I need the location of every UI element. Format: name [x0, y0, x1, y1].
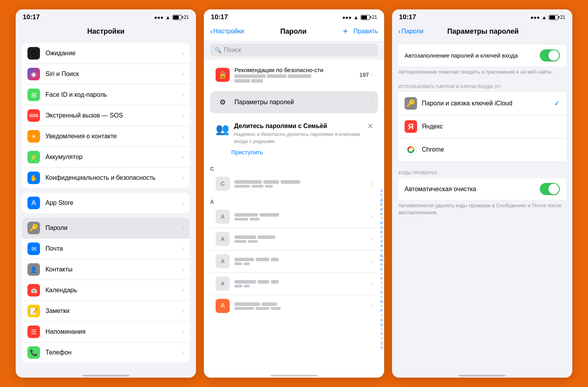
- pw-settings-item[interactable]: ⚙ Параметры паролей ›: [210, 91, 378, 113]
- pw-title-a1-masked: [234, 213, 370, 217]
- title-a5-1: [234, 302, 260, 306]
- sub-a5-2: [256, 307, 269, 310]
- status-bar-mid: 10:17 ●●● ▲ 21: [204, 9, 384, 24]
- settings-item-phone[interactable]: 📞 Телефон ›: [22, 342, 190, 363]
- autofill-toggle[interactable]: [540, 49, 560, 61]
- alpha-k: К: [380, 212, 383, 216]
- search-input-wrap[interactable]: 🔍 Поиск: [210, 44, 378, 56]
- masked-3: [288, 74, 311, 78]
- passwords-nav: ‹ Настройки Пароли + Править: [204, 24, 384, 41]
- settings-item-passwords[interactable]: 🔑 Пароли ›: [22, 218, 190, 239]
- alpha-index: А Г Д Е И К • Н О Р Т У Ф Ч Щ Ю А D • F …: [380, 189, 383, 350]
- svg-point-2: [409, 148, 413, 152]
- family-action-button[interactable]: Приступить: [231, 149, 372, 156]
- settings-group-3: 🔑 Пароли › ✉ Почта › 👤 Контакты ›: [22, 218, 190, 363]
- reminders-icon: ☰: [27, 326, 40, 338]
- pw-icon-a2: А: [216, 232, 230, 246]
- title-a2-1: [234, 235, 256, 239]
- family-title: Делитесь паролями с Семьёй: [234, 123, 372, 130]
- status-bar-left: 10:17 ●●● ▲ 21: [16, 9, 196, 24]
- sub-a3-2: [244, 262, 250, 265]
- alpha-ch: Ч: [380, 249, 383, 253]
- pw-text-a2: [234, 235, 370, 243]
- yandex-source-name: Яндекс: [422, 123, 560, 130]
- alpha-dot7: •: [380, 327, 383, 332]
- settings-item-notes[interactable]: 📝 Заметки ›: [22, 301, 190, 322]
- pw-item-a1[interactable]: А ›: [210, 206, 378, 228]
- verification-section: КОДЫ ПРОВЕРКИ Автоматическая очистка Авт…: [392, 169, 572, 220]
- bottom-bar-mid: [204, 375, 384, 378]
- pw-chevron-a3: ›: [370, 258, 372, 265]
- title-a1-1: [234, 213, 258, 217]
- pw-icon-a3: А: [216, 254, 230, 268]
- appstore-icon: A: [27, 197, 40, 209]
- reminders-label: Напоминания: [45, 328, 182, 335]
- faceid-label: Face ID и код-пароль: [45, 91, 182, 98]
- icloud-checkmark: ✓: [554, 99, 560, 108]
- nav-actions: + Править: [343, 26, 378, 36]
- appstore-chevron: ›: [182, 199, 184, 206]
- settings-item-battery[interactable]: ⚡ Аккумулятор ›: [22, 147, 190, 168]
- source-yandex[interactable]: Я Яндекс: [398, 115, 566, 138]
- sub-mask2: [252, 185, 263, 188]
- faceid-icon: ⊞: [27, 89, 40, 101]
- battery-label: Аккумулятор: [45, 154, 182, 161]
- nav-back-settings[interactable]: ‹ Настройки: [210, 27, 244, 36]
- title-a4-1: [234, 280, 256, 284]
- sub-mask1: [234, 185, 250, 188]
- wifi-icon-right: ▲: [542, 14, 547, 20]
- security-masked-2: [234, 79, 359, 83]
- sub-a2-1: [234, 240, 246, 243]
- settings-item-mail[interactable]: ✉ Почта ›: [22, 239, 190, 259]
- waiting-label: Ожидание: [45, 50, 182, 57]
- settings-panel: 10:17 ●●● ▲ 21 Настройки ⏱ Ожидание ›: [16, 9, 196, 378]
- settings-item-appstore[interactable]: A App Store ›: [22, 193, 190, 213]
- settings-item-faceid[interactable]: ⊞ Face ID и код-пароль ›: [22, 85, 190, 105]
- search-bar: 🔍 Поиск: [204, 41, 384, 60]
- pw-item-a5[interactable]: А ›: [210, 295, 378, 317]
- settings-item-sos[interactable]: SOS Экстренный вызов — SOS ›: [22, 105, 190, 126]
- pw-item-c1[interactable]: С ›: [210, 173, 378, 195]
- settings-item-calendar[interactable]: 📅 Календарь ›: [22, 280, 190, 301]
- verification-label: Автоматическая очистка: [405, 186, 540, 193]
- family-close-button[interactable]: ✕: [367, 122, 373, 130]
- alpha-e: Е: [380, 203, 383, 207]
- home-indicator-right: [459, 375, 506, 376]
- source-chrome[interactable]: Chrome: [398, 138, 566, 161]
- edit-button[interactable]: Править: [354, 28, 378, 35]
- search-placeholder: Поиск: [224, 47, 241, 54]
- verification-toggle-row[interactable]: Автоматическая очистка: [398, 178, 566, 200]
- autofill-toggle-row[interactable]: Автозаполнение паролей и ключей входа: [398, 45, 566, 66]
- verification-toggle[interactable]: [540, 183, 560, 195]
- source-icloud[interactable]: 🔑 Пароли и связка ключей iCloud ✓: [398, 92, 566, 115]
- pw-item-a4[interactable]: А ›: [210, 273, 378, 295]
- security-text: Рекомендации по безопасно-сти: [234, 67, 359, 83]
- pw-params-nav: ‹ Пароли Параметры паролей: [392, 24, 572, 41]
- alpha-dot6: •: [380, 313, 383, 318]
- waiting-chevron: ›: [182, 50, 184, 57]
- battery-chevron: ›: [182, 154, 184, 161]
- alpha-yu: Ю: [380, 258, 383, 262]
- settings-item-privacy[interactable]: ✋ Конфиденциальность и безопасность ›: [22, 168, 190, 188]
- alpha-g: Г: [380, 194, 383, 198]
- pw-item-a3[interactable]: А ›: [210, 250, 378, 273]
- alpha-dot5: •: [380, 304, 383, 309]
- nav-back-passwords[interactable]: ‹ Пароли: [398, 27, 423, 36]
- alpha-dot2: •: [380, 272, 383, 276]
- title-a5-2: [261, 302, 277, 306]
- settings-item-siri[interactable]: ◉ Siri и Поиск ›: [22, 64, 190, 85]
- security-masked: [234, 74, 359, 78]
- faceid-chevron: ›: [182, 91, 184, 98]
- settings-item-reminders[interactable]: ☰ Напоминания ›: [22, 322, 190, 342]
- status-icons-left: ●●● ▲ 21: [154, 14, 189, 20]
- add-password-button[interactable]: +: [343, 26, 348, 36]
- back-chevron: ‹: [210, 27, 212, 36]
- settings-item-contacts[interactable]: 👤 Контакты ›: [22, 259, 190, 280]
- mail-label: Почта: [45, 245, 182, 252]
- security-row[interactable]: 🔒 Рекомендации по безопасно-сти 197 ›: [210, 62, 378, 87]
- settings-item-waiting[interactable]: ⏱ Ожидание ›: [22, 43, 190, 64]
- settings-item-contact[interactable]: ☀ Уведомления о контакте ›: [22, 126, 190, 147]
- pw-item-a2[interactable]: А ›: [210, 228, 378, 250]
- sources-section-label: ИСПОЛЬЗОВАТЬ ПАРОЛИ И КЛЮЧИ ВХОДА ОТ:: [392, 83, 572, 90]
- battery-icon-mid: [361, 15, 370, 20]
